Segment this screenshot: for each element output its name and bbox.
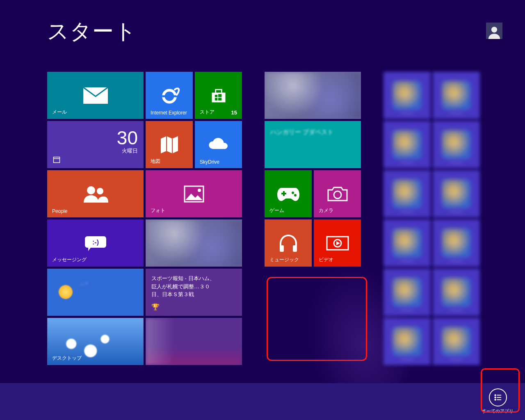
svg-rect-2 [215, 95, 217, 97]
tile-label: Internet Explorer [151, 110, 187, 116]
tile-label: デスクトップ [52, 355, 82, 362]
tile-people[interactable]: People [47, 170, 144, 217]
tile-app[interactable]: ——— [433, 72, 480, 119]
tile-label: メール [52, 109, 67, 116]
tile-label: ストア [200, 109, 215, 116]
tile-bing-live-1[interactable] [265, 72, 361, 119]
app-bar: すべてのアプリ [0, 383, 525, 420]
calendar-icon [53, 156, 60, 163]
svg-rect-4 [215, 98, 217, 100]
tile-label: SkyDrive [200, 159, 219, 165]
tile-app[interactable]: ——— [383, 170, 431, 217]
tile-app[interactable]: ——— [433, 318, 480, 365]
all-apps-label: すべてのアプリ [482, 408, 514, 414]
tile-photos[interactable]: フォト [146, 170, 242, 217]
tile-app[interactable]: ——— [383, 72, 431, 119]
tile-label: カメラ [319, 207, 333, 214]
tile-app[interactable]: ——— [433, 269, 480, 316]
sun-icon [59, 285, 73, 299]
svg-point-14 [294, 194, 297, 196]
live-text: ハンガリー ブダペスト [270, 128, 333, 136]
all-apps-icon [489, 388, 507, 406]
tile-bing-live-2[interactable]: ハンガリー ブダペスト [265, 121, 361, 168]
tile-app[interactable]: ——— [383, 318, 431, 365]
tile-label: 地図 [151, 158, 160, 165]
tile-calendar[interactable]: 30 火曜日 [47, 121, 144, 168]
trophy-icon: 🏆 [151, 303, 160, 311]
svg-rect-3 [218, 94, 221, 97]
person-icon [487, 25, 501, 39]
all-apps-button[interactable]: すべてのアプリ [482, 388, 514, 414]
tile-app[interactable]: ——— [383, 219, 431, 267]
svg-point-10 [198, 189, 201, 192]
tile-desktop[interactable]: デスクトップ [47, 318, 144, 365]
tile-games[interactable]: ゲーム [265, 170, 312, 217]
tile-groups: メール Internet Explorer ストア 15 30 火曜日 [47, 72, 480, 365]
svg-text::-): :-) [92, 239, 99, 246]
svg-rect-6 [54, 157, 60, 163]
tile-app[interactable]: ——— [433, 219, 480, 267]
tile-skydrive[interactable]: SkyDrive [195, 121, 242, 168]
tile-weather[interactable]: -- ° [47, 269, 144, 316]
tile-sports[interactable]: スポーツ報知 - 日本ハム、巨人が札幌で調整…３０日、日本Ｓ第３戦 🏆 [146, 269, 242, 316]
sports-headline: スポーツ報知 - 日本ハム、巨人が札幌で調整…３０日、日本Ｓ第３戦 [151, 274, 217, 299]
tile-store[interactable]: ストア 15 [195, 72, 242, 119]
tile-group-3: ——— ——— ——— ——— ——— ——— ——— ——— ——— ——— … [383, 72, 480, 365]
user-avatar[interactable] [486, 23, 502, 39]
tile-label: フォト [151, 207, 165, 214]
tile-maps[interactable]: 地図 [146, 121, 193, 168]
svg-point-21 [494, 397, 496, 398]
weather-text: -- ° [80, 281, 88, 288]
svg-point-8 [97, 188, 103, 194]
tile-badge: 15 [231, 110, 237, 116]
svg-point-0 [491, 27, 497, 32]
tile-video[interactable]: ビデオ [314, 219, 361, 267]
tile-label: ゲーム [269, 207, 284, 214]
svg-point-7 [87, 186, 95, 194]
tile-label: People [52, 208, 67, 214]
tile-app[interactable]: ——— [433, 121, 480, 168]
svg-point-13 [292, 192, 294, 194]
tile-music[interactable]: ミュージック [265, 219, 312, 267]
tile-group-1: メール Internet Explorer ストア 15 30 火曜日 [47, 72, 242, 365]
svg-rect-17 [293, 245, 297, 252]
tile-group-2: ハンガリー ブダペスト ゲーム カメラ ミュージック ビデオ [265, 72, 361, 365]
svg-rect-16 [280, 245, 284, 252]
tile-internet-explorer[interactable]: Internet Explorer [146, 72, 193, 119]
tile-news-live[interactable] [146, 219, 242, 267]
tile-label: ビデオ [319, 256, 333, 263]
tile-camera[interactable]: カメラ [314, 170, 361, 217]
svg-point-15 [334, 191, 341, 199]
calendar-day: 30 [117, 128, 138, 147]
start-title: スタート [47, 17, 137, 46]
tile-app[interactable]: ——— [383, 269, 431, 316]
tile-mail[interactable]: メール [47, 72, 144, 119]
tile-messaging[interactable]: :-) メッセージング [47, 219, 144, 267]
svg-point-20 [494, 395, 496, 396]
calendar-date-block: 30 火曜日 [117, 128, 138, 155]
tile-label: メッセージング [52, 256, 87, 263]
tile-app[interactable]: ——— [383, 121, 431, 168]
tile-finance[interactable] [146, 318, 242, 365]
tile-label: ミュージック [269, 256, 299, 263]
svg-point-22 [494, 399, 496, 401]
tile-app[interactable]: ——— [433, 170, 480, 217]
svg-rect-5 [218, 98, 221, 100]
